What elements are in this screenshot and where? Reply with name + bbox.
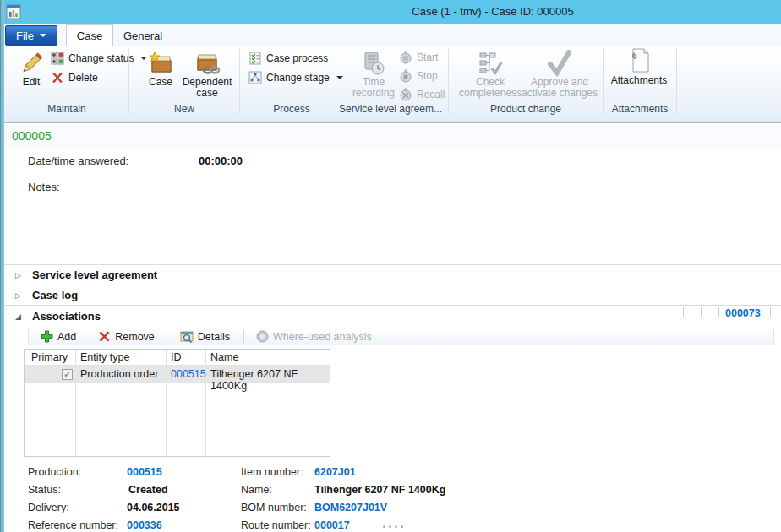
attachments-button[interactable]: Attachments: [605, 46, 673, 86]
recall-button: Recall: [399, 87, 445, 102]
col-header-primary[interactable]: Primary: [31, 351, 68, 363]
associations-grid: Primary Entity type ID Name ✔ Production…: [24, 349, 330, 457]
col-header-id[interactable]: ID: [171, 351, 182, 363]
window-left-border: [0, 0, 4, 532]
group-label-attachments: Attachments: [605, 103, 674, 115]
details-button[interactable]: Details: [180, 331, 230, 343]
associations-ref-link[interactable]: 000073: [725, 307, 761, 319]
name-label: Name:: [241, 484, 272, 496]
check-completeness-label2: completeness: [459, 88, 522, 99]
time-recording-button: Time recording: [352, 48, 396, 99]
window-title: Case (1 - tmv) - Case ID: 000005: [205, 5, 781, 18]
item-number-link[interactable]: 6207J01: [314, 466, 356, 478]
section-case-log-title: Case log: [32, 289, 78, 301]
cell-name: Tilhenger 6207 NF 1400Kg: [210, 368, 330, 392]
edit-button[interactable]: Edit: [12, 48, 51, 88]
delivery-label: Delivery:: [28, 502, 69, 513]
col-header-name[interactable]: Name: [210, 351, 238, 363]
group-label-product-change: Product change: [453, 103, 598, 115]
start-label: Start: [417, 52, 438, 63]
reference-number-label: Reference number:: [28, 519, 118, 531]
collapsed-triangle-icon: ▷: [15, 271, 27, 280]
app-window-icon: [6, 4, 21, 19]
associations-toolbar: Add Remove Details: [28, 328, 774, 345]
details-label: Details: [198, 331, 230, 343]
checkmark-icon: [545, 48, 574, 77]
new-case-button[interactable]: Case: [142, 48, 179, 88]
expanded-triangle-icon: ◢: [15, 312, 27, 321]
delete-x-icon: [51, 71, 64, 84]
route-number-link[interactable]: 000017: [314, 519, 350, 531]
add-label: Add: [57, 331, 76, 343]
file-menu-label: File: [16, 30, 34, 42]
case-window: Case (1 - tmv) - Case ID: 000005 File Ca…: [0, 0, 781, 532]
attachment-document-icon: [625, 46, 653, 75]
where-used-analysis-button: Where-used analysis: [256, 330, 372, 343]
section-sla-title: Service level agreement: [32, 269, 157, 281]
folder-new-icon: [147, 48, 174, 77]
change-status-button[interactable]: Change status: [51, 51, 147, 66]
checklist-icon: [248, 52, 262, 65]
bom-number-link[interactable]: BOM6207J01V: [314, 502, 387, 513]
section-associations-title: Associations: [32, 310, 101, 323]
add-button[interactable]: Add: [41, 330, 76, 343]
section-service-level-agreement[interactable]: ▷ Service level agreement: [4, 264, 781, 285]
item-number-label: Item number:: [241, 466, 303, 478]
production-label: Production:: [28, 466, 81, 478]
tab-general[interactable]: General: [115, 24, 171, 46]
delivery-value: 04.06.2015: [127, 502, 180, 513]
stage-tree-icon: [248, 71, 262, 84]
ribbon-separator: [239, 49, 240, 113]
delete-button[interactable]: Delete: [51, 70, 98, 85]
record-navigator-tick: [770, 307, 771, 317]
case-process-button[interactable]: Case process: [248, 51, 328, 66]
record-navigator-tick: [718, 307, 719, 317]
col-header-entity-type[interactable]: Entity type: [80, 351, 129, 363]
remove-label: Remove: [115, 331, 155, 343]
production-value-link[interactable]: 000515: [127, 466, 162, 478]
group-label-new: New: [142, 103, 227, 115]
attachments-label: Attachments: [611, 75, 668, 86]
ribbon-separator: [603, 49, 604, 113]
tab-case[interactable]: Case: [66, 24, 113, 46]
tab-general-label: General: [123, 30, 162, 42]
chevron-down-icon: [40, 34, 46, 37]
notes-field[interactable]: [28, 196, 755, 255]
time-recording-icon: [361, 48, 386, 77]
change-status-label: Change status: [68, 52, 134, 64]
primary-checkbox[interactable]: ✔: [62, 369, 73, 380]
section-associations[interactable]: ◢ Associations: [4, 305, 781, 327]
approve-activate-button: Approve and activate changes: [517, 48, 602, 99]
group-label-maintain: Maintain: [17, 103, 117, 115]
file-menu-button[interactable]: File: [5, 25, 57, 46]
datetime-answered-label: Date/time answered:: [28, 155, 128, 167]
pencil-icon: [19, 48, 44, 77]
splitter-grip[interactable]: [380, 524, 406, 528]
table-row[interactable]: ✔ Production order 000515 Tilhenger 6207…: [25, 366, 330, 383]
change-stage-label: Change stage: [266, 72, 330, 84]
stopwatch-recall-icon: [399, 88, 412, 101]
remove-button[interactable]: Remove: [98, 330, 155, 343]
recall-label: Recall: [417, 89, 445, 100]
record-header-band: [4, 124, 781, 149]
tab-case-label: Case: [77, 30, 102, 42]
start-button: Start: [399, 50, 438, 65]
status-value: Created: [128, 484, 168, 496]
flowchart-check-icon: [477, 48, 504, 77]
where-used-label: Where-used analysis: [273, 331, 372, 343]
route-number-label: Route number:: [241, 519, 311, 531]
change-stage-button[interactable]: Change stage: [248, 70, 343, 85]
cell-id-link[interactable]: 000515: [171, 368, 206, 380]
dependent-case-button[interactable]: Dependent case: [179, 48, 235, 99]
datetime-answered-value[interactable]: 00:00:00: [199, 155, 243, 167]
reference-number-link[interactable]: 000336: [127, 519, 162, 531]
time-recording-label2: recording: [352, 88, 395, 99]
chevron-down-icon: [336, 76, 343, 79]
collapsed-triangle-icon: ▷: [15, 291, 27, 300]
folder-link-icon: [194, 48, 221, 77]
section-case-log[interactable]: ▷ Case log: [4, 285, 781, 305]
name-value: Tilhenger 6207 NF 1400Kg: [314, 484, 445, 496]
magnifier-icon: [180, 331, 194, 343]
stop-label: Stop: [417, 70, 438, 82]
dependent-case-label2: case: [196, 88, 217, 99]
